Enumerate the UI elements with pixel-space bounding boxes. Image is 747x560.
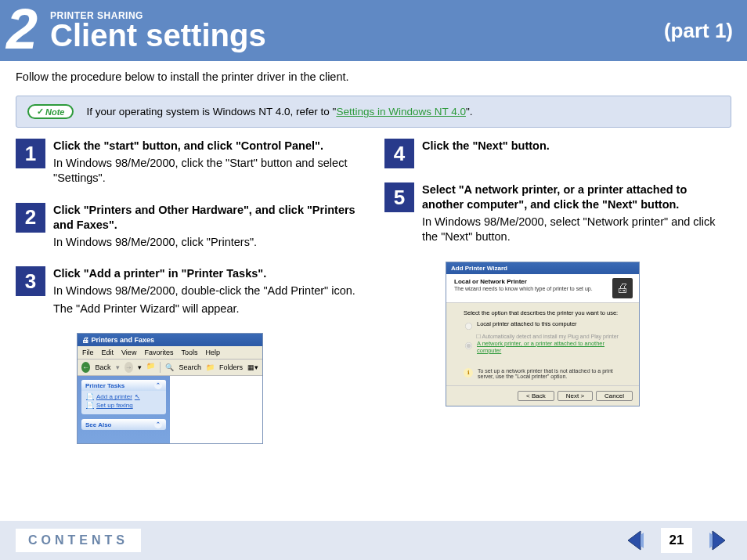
step-3: 3 Click "Add a printer" in "Printer Task… [16, 266, 363, 319]
wizard-info: To set up a network printer that is not … [464, 368, 628, 379]
note-text: If your operating system is Windows NT 4… [86, 106, 472, 117]
step-5: 5 Select "A network printer, or a printe… [384, 182, 731, 247]
printer-tasks-header: Printer Tasks [81, 380, 166, 391]
cancel-button: Cancel [596, 391, 633, 401]
menu-bar: FileEditViewFavoritesToolsHelp [78, 346, 262, 359]
wizard-lead: Select the option that describes the pri… [464, 309, 628, 316]
cursor-icon: ↖ [135, 393, 140, 400]
radio-local [465, 323, 472, 330]
search-icon: 🔍 [165, 363, 174, 371]
step-number: 5 [384, 182, 414, 212]
setup-faxing-link: Set up faxing [86, 402, 161, 409]
back-icon: ← [81, 362, 90, 373]
see-also-header: See Also [81, 419, 166, 430]
printer-icon [612, 278, 633, 298]
step-number: 4 [384, 139, 414, 168]
option-local-sub: ☐ Automatically detect and install my Pl… [476, 334, 628, 340]
page-footer: CONTENTS 21 [0, 521, 747, 560]
svg-marker-2 [713, 531, 725, 550]
step-title: Click the "start" button, and click "Con… [53, 139, 363, 154]
page-header: 2 PRINTER SHARING Client settings (part … [0, 0, 747, 61]
next-page-button[interactable] [705, 527, 731, 554]
views-icon: ▦▾ [247, 363, 258, 371]
step-desc: The "Add Printer Wizard" will appear. [53, 302, 363, 317]
radio-network [465, 342, 472, 349]
option-local: Local printer attached to this computer [464, 320, 628, 331]
svg-marker-1 [641, 533, 644, 548]
step-desc: In Windows 98/Me/2000, double-click the … [53, 284, 363, 299]
forward-icon: → [125, 362, 133, 373]
step-1: 1 Click the "start" button, and click "C… [16, 139, 363, 189]
step-desc: In Windows 98/Me/2000, click the "Start"… [53, 156, 363, 186]
note-badge: Note [27, 104, 74, 119]
step-title: Click "Printers and Other Hardware", and… [53, 203, 363, 233]
note-callout: Note If your operating system is Windows… [16, 96, 731, 128]
svg-marker-0 [628, 531, 641, 550]
back-button: < Back [518, 391, 554, 401]
step-desc: In Windows 98/Me/2000, select "Network p… [422, 215, 731, 245]
window-title: Add Printer Wizard [446, 262, 639, 274]
step-2: 2 Click "Printers and Other Hardware", a… [16, 203, 363, 252]
note-link[interactable]: Settings in Windows NT 4.0 [336, 106, 466, 117]
step-title: Click "Add a printer" in "Printer Tasks"… [53, 266, 363, 281]
step-number: 3 [16, 266, 45, 296]
add-printer-link: Add a printer↖ [86, 393, 161, 400]
step-number: 2 [16, 203, 45, 233]
screenshot-printers-faxes: Printers and Faxes FileEditViewFavorites… [77, 333, 263, 444]
screenshot-add-printer-wizard: Add Printer Wizard Local or Network Prin… [446, 262, 640, 406]
page-number: 21 [661, 528, 692, 553]
step-number: 1 [16, 139, 45, 168]
wizard-heading: Local or Network Printer [454, 278, 593, 285]
right-column: 4 Click the "Next" button. 5 Select "A n… [384, 139, 731, 444]
window-title: Printers and Faxes [78, 334, 262, 346]
contents-button[interactable]: CONTENTS [16, 529, 141, 552]
wizard-subheading: The wizard needs to know which type of p… [454, 286, 593, 291]
svg-marker-3 [709, 533, 713, 548]
up-icon: 📁 [146, 362, 155, 373]
prev-page-button[interactable] [622, 527, 648, 554]
intro-text: Follow the procedure below to install th… [0, 61, 747, 91]
step-4: 4 Click the "Next" button. [384, 139, 731, 168]
left-column: 1 Click the "start" button, and click "C… [16, 139, 363, 444]
next-button: Next > [558, 391, 593, 401]
folders-icon: 📁 [206, 363, 215, 371]
step-title: Select "A network printer, or a printer … [422, 182, 731, 212]
step-title: Click the "Next" button. [422, 139, 731, 154]
part-label: (part 1) [664, 19, 733, 43]
toolbar: ← Back ▾ → ▾ 📁 🔍Search 📁Folders ▦▾ [78, 359, 262, 376]
chapter-number: 2 [6, 1, 38, 57]
option-network: A network printer, or a printer attached… [464, 340, 628, 354]
page-title: Client settings [50, 20, 664, 51]
step-desc: In Windows 98/Me/2000, click "Printers". [53, 235, 363, 251]
